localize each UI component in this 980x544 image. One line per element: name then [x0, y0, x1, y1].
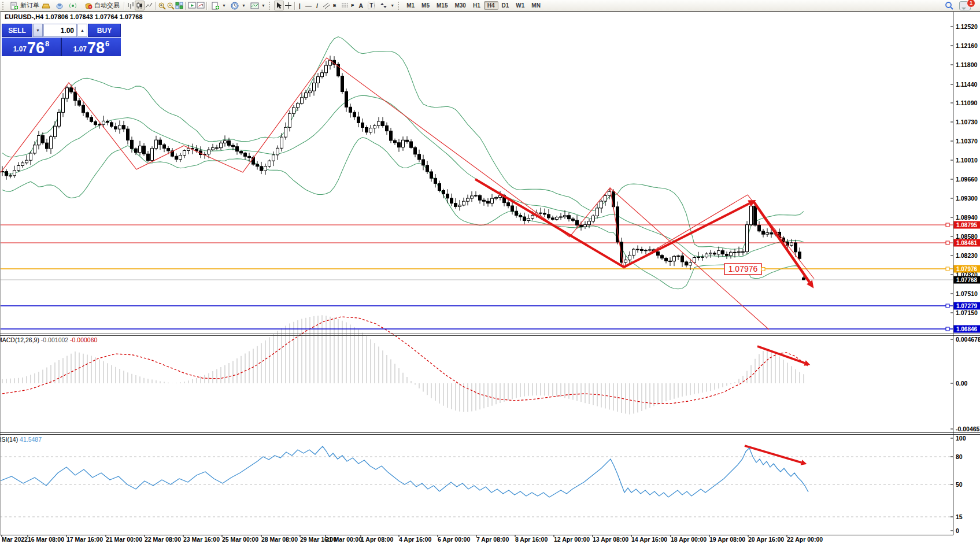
tab-timeframe-m15[interactable]: M15 — [433, 1, 451, 10]
new-chart-icon[interactable] — [187, 1, 196, 10]
svg-text:1.07279: 1.07279 — [956, 303, 978, 309]
signal-icon[interactable] — [68, 1, 77, 10]
cursor-icon[interactable] — [274, 1, 284, 10]
svg-text:18 Apr 00:00: 18 Apr 00:00 — [671, 536, 707, 543]
dropdown-caret: ▼ — [222, 3, 226, 8]
tab-timeframe-w1[interactable]: W1 — [512, 1, 528, 10]
svg-text:21 Mar 00:00: 21 Mar 00:00 — [106, 536, 142, 543]
chart-canvas[interactable]: 1.079761.125201.121601.118001.114401.110… — [0, 0, 980, 544]
svg-text:0.00: 0.00 — [956, 380, 968, 387]
gold-box-icon[interactable] — [42, 1, 50, 10]
buy-button[interactable]: BUY — [88, 24, 121, 37]
svg-text:8 Apr 16:00: 8 Apr 16:00 — [515, 536, 548, 543]
volume-increase-button[interactable]: ▲ — [77, 24, 87, 37]
tab-timeframe-d1[interactable]: D1 — [498, 1, 513, 10]
template-icon — [250, 1, 259, 10]
trendline-tool[interactable]: / — [314, 1, 320, 11]
volume-decrease-button[interactable]: ▼ — [33, 24, 43, 37]
svg-text:17 Mar 16:00: 17 Mar 16:00 — [66, 536, 103, 543]
periods-button[interactable]: ▼ — [228, 1, 248, 11]
svg-text:28 Mar 08:00: 28 Mar 08:00 — [261, 536, 298, 543]
indicators-button[interactable]: ▼ — [209, 1, 228, 11]
blue-pitcher-icon[interactable] — [55, 1, 64, 10]
svg-text:0.004678: 0.004678 — [956, 336, 980, 343]
one-click-trading-panel: SELL ▼ ▲ BUY 1.07768 1.07786 — [2, 24, 121, 56]
svg-text:31 Mar 00:00: 31 Mar 00:00 — [326, 536, 362, 543]
svg-text:1.08580: 1.08580 — [956, 233, 978, 240]
svg-text:23 Mar 16:00: 23 Mar 16:00 — [183, 536, 220, 543]
svg-text:14 Apr 16:00: 14 Apr 16:00 — [631, 536, 667, 543]
zoom-in-icon[interactable] — [157, 1, 166, 10]
svg-text:1.08940: 1.08940 — [956, 214, 978, 221]
svg-text:12 Apr 00:00: 12 Apr 00:00 — [554, 536, 590, 543]
svg-text:1.06846: 1.06846 — [956, 326, 978, 332]
sell-button[interactable]: SELL — [2, 24, 32, 37]
svg-text:1.07768: 1.07768 — [956, 277, 978, 283]
chat-icon[interactable]: 1 — [959, 1, 971, 10]
svg-text:1.11440: 1.11440 — [956, 81, 978, 88]
bar-chart-icon[interactable] — [126, 1, 135, 10]
svg-text:19 Apr 08:00: 19 Apr 08:00 — [709, 536, 745, 543]
text-tool[interactable]: A — [356, 1, 365, 11]
chart-shift-icon[interactable] — [196, 1, 205, 10]
svg-text:1.09660: 1.09660 — [956, 176, 978, 183]
zoom-out-icon[interactable] — [166, 1, 175, 10]
auto-trading-label: 自动交易 — [94, 1, 120, 10]
toolbar: 新订单 自动交易 — [0, 0, 980, 12]
new-order-button[interactable]: 新订单 — [8, 1, 42, 11]
sell-price-tile[interactable]: 1.07768 — [2, 38, 61, 56]
tab-timeframe-m30[interactable]: M30 — [451, 1, 469, 10]
volume-input[interactable] — [43, 24, 77, 37]
text-label-tool[interactable]: T — [365, 1, 377, 11]
arrows-icon — [379, 1, 388, 10]
search-icon[interactable] — [945, 1, 953, 10]
tab-timeframe-m5[interactable]: M5 — [418, 1, 433, 10]
svg-text:1.11090: 1.11090 — [956, 99, 978, 106]
vertical-line-tool[interactable]: | — [297, 1, 303, 11]
arrows-tool[interactable]: ▼ — [377, 1, 397, 11]
horizontal-line-tool[interactable]: — — [303, 1, 314, 11]
tab-timeframe-h1[interactable]: H1 — [469, 1, 484, 10]
inchart-price-label[interactable]: 1.07976 — [724, 264, 765, 275]
sell-price-big: 76 — [27, 41, 45, 55]
separator — [155, 2, 156, 10]
toolbar-grip — [269, 2, 272, 10]
svg-text:1 Apr 08:00: 1 Apr 08:00 — [361, 536, 393, 543]
tab-timeframe-m1[interactable]: M1 — [403, 1, 418, 10]
auto-trading-icon — [84, 1, 93, 10]
auto-trading-button[interactable]: 自动交易 — [82, 1, 122, 11]
toolbar-grip — [398, 2, 401, 10]
separator — [185, 2, 186, 10]
line-chart-icon[interactable] — [145, 1, 153, 10]
fibonacci-tool[interactable]: F — [338, 1, 356, 11]
fibonacci-letter: F — [351, 3, 354, 8]
buy-price-big: 78 — [87, 41, 105, 55]
templates-button[interactable]: ▼ — [248, 1, 268, 11]
channel-letter: E — [333, 3, 336, 8]
svg-text:1.08795: 1.08795 — [956, 222, 978, 228]
candlestick-icon[interactable] — [135, 1, 145, 10]
svg-text:25 Mar 00:00: 25 Mar 00:00 — [222, 536, 258, 543]
separator — [124, 2, 124, 10]
tab-timeframe-h4[interactable]: H4 — [484, 1, 498, 10]
svg-text:22 Apr 00:00: 22 Apr 00:00 — [787, 536, 823, 543]
sell-price-small: 1.07 — [13, 45, 27, 53]
svg-text:1.12160: 1.12160 — [956, 42, 978, 49]
buy-price-sup: 6 — [105, 39, 109, 48]
macd-label: MACD(12,26,9) -0.001002 -0.000060 — [0, 336, 98, 343]
crosshair-icon[interactable] — [284, 1, 293, 10]
svg-text:1.11800: 1.11800 — [956, 61, 978, 68]
new-order-icon — [10, 1, 19, 10]
svg-text:Mar 2022: Mar 2022 — [2, 536, 28, 543]
svg-text:0: 0 — [956, 527, 959, 534]
mt4-window: 1.079761.125201.121601.118001.114401.110… — [0, 0, 980, 544]
channel-tool[interactable]: E — [320, 1, 338, 11]
buy-price-tile[interactable]: 1.07786 — [62, 38, 121, 56]
tab-timeframe-mn[interactable]: MN — [528, 1, 544, 10]
svg-text:13 Apr 08:00: 13 Apr 08:00 — [593, 536, 628, 543]
svg-text:22 Mar 08:00: 22 Mar 08:00 — [145, 536, 181, 543]
svg-text:1.07510: 1.07510 — [956, 290, 978, 297]
rsi-label: RSI(14) 41.5487 — [0, 436, 42, 443]
dropdown-caret: ▼ — [242, 3, 246, 8]
tile-windows-icon[interactable] — [175, 1, 183, 10]
